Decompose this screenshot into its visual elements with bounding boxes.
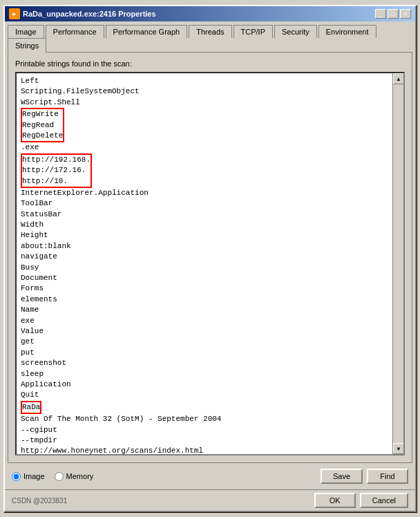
string-line: RegRead xyxy=(22,120,63,131)
string-line: about:blank xyxy=(21,241,388,252)
string-line: Left xyxy=(21,76,388,86)
string-line: exe xyxy=(21,316,388,326)
string-line: --tmpdir xyxy=(21,435,388,446)
main-window: ▶ RaDa_unpacked.exe:2416 Properties _ □ … xyxy=(3,5,417,512)
string-line: WScript.Shell xyxy=(21,97,388,108)
string-line: Forms xyxy=(21,283,388,294)
title-bar: ▶ RaDa_unpacked.exe:2416 Properties _ □ … xyxy=(5,6,415,21)
strings-text-area[interactable]: Left Scripting.FileSystemObject WScript.… xyxy=(17,73,392,454)
string-line: Application xyxy=(21,379,388,390)
radio-memory[interactable]: Memory xyxy=(55,472,94,481)
cancel-button[interactable]: Cancel xyxy=(360,493,408,508)
action-buttons: Save Find xyxy=(321,469,408,484)
tabs-bar: Image Performance Performance Graph Thre… xyxy=(5,21,415,52)
radio-image[interactable]: Image xyxy=(12,472,45,481)
rada-highlight-box: RaDa xyxy=(21,401,41,414)
save-button[interactable]: Save xyxy=(321,469,363,484)
tab-image[interactable]: Image xyxy=(8,25,44,38)
tab-environment[interactable]: Environment xyxy=(318,25,376,38)
radio-memory-input[interactable] xyxy=(55,472,64,481)
string-line: .exe xyxy=(21,142,388,153)
string-line: Width xyxy=(21,220,388,230)
tab-strings[interactable]: Strings xyxy=(8,38,46,53)
tab-performance-graph[interactable]: Performance Graph xyxy=(106,25,188,38)
maximize-button[interactable]: □ xyxy=(388,9,399,19)
string-line: Scripting.FileSystemObject xyxy=(21,86,388,97)
bottom-bar: Image Memory Save Find xyxy=(5,463,415,489)
watermark-text: CSDN @2023831 xyxy=(12,497,67,505)
string-line: Quit xyxy=(21,390,388,400)
close-button[interactable]: × xyxy=(400,9,411,19)
string-line: Value xyxy=(21,326,388,337)
string-line: put xyxy=(21,348,388,358)
string-line: Name xyxy=(21,305,388,315)
app-icon: ▶ xyxy=(9,8,20,19)
string-line: Document xyxy=(21,273,388,283)
radio-image-input[interactable] xyxy=(12,472,21,481)
string-line: http://192.168. xyxy=(22,155,90,165)
string-line: StatusBar xyxy=(21,209,388,220)
string-line: RegDelete xyxy=(22,131,63,141)
tab-security[interactable]: Security xyxy=(274,25,317,38)
tab-threads[interactable]: Threads xyxy=(189,25,231,38)
tab-content: Printable strings found in the scan: Lef… xyxy=(8,52,412,463)
window-title: RaDa_unpacked.exe:2416 Properties xyxy=(23,10,156,18)
string-line: Height xyxy=(21,230,388,241)
string-line: InternetExplorer.Application xyxy=(21,188,388,198)
ok-button[interactable]: OK xyxy=(314,493,356,508)
radio-memory-label: Memory xyxy=(66,472,94,480)
string-line: sleep xyxy=(21,369,388,379)
section-label: Printable strings found in the scan: xyxy=(15,59,405,68)
scroll-down-button[interactable]: ▼ xyxy=(393,443,404,454)
footer-bar: CSDN @2023831 OK Cancel xyxy=(5,489,415,511)
radio-group: Image Memory xyxy=(12,472,93,481)
string-line: Scan Of The Month 32 (SotM) - September … xyxy=(21,414,388,424)
tab-tcpip[interactable]: TCP/IP xyxy=(233,25,273,38)
title-buttons: _ □ × xyxy=(375,9,411,19)
title-bar-left: ▶ RaDa_unpacked.exe:2416 Properties xyxy=(9,8,156,19)
string-line: RaDa xyxy=(22,402,40,413)
string-line: ToolBar xyxy=(21,198,388,209)
string-line: http://172.16. xyxy=(22,165,90,176)
string-line: screenshot xyxy=(21,358,388,368)
reg-highlight-box: RegWrite RegRead RegDelete xyxy=(21,108,64,142)
string-line: RegWrite xyxy=(22,109,63,120)
tab-performance[interactable]: Performance xyxy=(46,25,104,38)
string-line: http://www.honeynet.org/scans/index.html xyxy=(21,446,388,454)
scroll-up-button[interactable]: ▲ xyxy=(393,73,404,84)
find-button[interactable]: Find xyxy=(367,469,408,484)
minimize-button[interactable]: _ xyxy=(375,9,386,19)
string-line: navigate xyxy=(21,252,388,262)
string-line: elements xyxy=(21,294,388,305)
vertical-scrollbar[interactable]: ▲ ▼ xyxy=(392,73,403,454)
string-line: Busy xyxy=(21,263,388,273)
string-line: --cgiput xyxy=(21,425,388,435)
strings-container: Left Scripting.FileSystemObject WScript.… xyxy=(15,72,405,455)
http-highlight-box: http://192.168. http://172.16. http://10… xyxy=(21,153,92,188)
scroll-track[interactable] xyxy=(393,84,403,443)
radio-image-label: Image xyxy=(23,472,45,480)
string-line: get xyxy=(21,337,388,347)
string-line: http://10. xyxy=(22,176,90,187)
